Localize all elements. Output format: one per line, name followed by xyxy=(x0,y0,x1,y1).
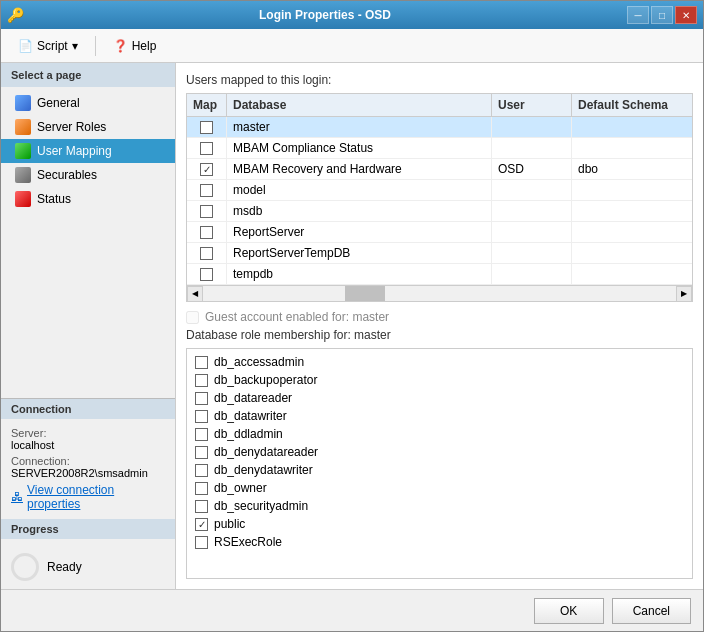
role-item[interactable]: db_securityadmin xyxy=(191,497,688,515)
row-7-database: tempdb xyxy=(227,264,492,284)
script-button[interactable]: 📄 Script ▾ xyxy=(9,35,87,57)
help-icon: ❓ xyxy=(113,39,128,53)
role-9-label: public xyxy=(214,517,245,531)
sidebar-connection: Server: localhost Connection: SERVER2008… xyxy=(1,419,175,519)
role-2-checkbox[interactable] xyxy=(195,392,208,405)
sidebar-item-general[interactable]: General xyxy=(1,91,175,115)
row-0-checkbox[interactable] xyxy=(200,121,213,134)
close-button[interactable]: ✕ xyxy=(675,6,697,24)
row-2-checkbox[interactable] xyxy=(200,163,213,176)
view-connection-link[interactable]: 🖧 View connection properties xyxy=(11,483,165,511)
sidebar-item-status[interactable]: Status xyxy=(1,187,175,211)
table-row[interactable]: MBAM Recovery and Hardware OSD dbo xyxy=(187,159,692,180)
row-1-checkbox[interactable] xyxy=(200,142,213,155)
view-connection-label: View connection properties xyxy=(27,483,165,511)
role-5-checkbox[interactable] xyxy=(195,446,208,459)
progress-row: Ready xyxy=(11,553,165,581)
bottom-bar: OK Cancel xyxy=(1,589,703,631)
row-6-database: ReportServerTempDB xyxy=(227,243,492,263)
table-body: master MBAM Compliance Status MB xyxy=(187,117,692,285)
role-2-label: db_datareader xyxy=(214,391,292,405)
role-1-checkbox[interactable] xyxy=(195,374,208,387)
role-item[interactable]: db_datawriter xyxy=(191,407,688,425)
scroll-track[interactable] xyxy=(203,286,676,301)
row-3-checkbox[interactable] xyxy=(200,184,213,197)
row-1-user xyxy=(492,138,572,158)
role-item[interactable]: db_denydatareader xyxy=(191,443,688,461)
main-area: Select a page General Server Roles User … xyxy=(1,63,703,589)
row-2-user: OSD xyxy=(492,159,572,179)
row-0-schema xyxy=(572,117,692,137)
horizontal-scrollbar[interactable]: ◀ ▶ xyxy=(187,285,692,301)
role-9-checkbox[interactable] xyxy=(195,518,208,531)
role-10-checkbox[interactable] xyxy=(195,536,208,549)
maximize-button[interactable]: □ xyxy=(651,6,673,24)
role-item[interactable]: db_accessadmin xyxy=(191,353,688,371)
sidebar-item-user-mapping-label: User Mapping xyxy=(37,144,112,158)
role-7-checkbox[interactable] xyxy=(195,482,208,495)
server-label: Server: xyxy=(11,427,165,439)
row-5-map[interactable] xyxy=(187,222,227,242)
role-4-checkbox[interactable] xyxy=(195,428,208,441)
scroll-right-button[interactable]: ▶ xyxy=(676,286,692,302)
users-mapped-label: Users mapped to this login: xyxy=(186,73,693,87)
role-1-label: db_backupoperator xyxy=(214,373,317,387)
col-database: Database xyxy=(227,94,492,116)
role-6-checkbox[interactable] xyxy=(195,464,208,477)
guest-account-row: Guest account enabled for: master xyxy=(186,310,693,324)
table-row[interactable]: ReportServer xyxy=(187,222,692,243)
row-7-checkbox[interactable] xyxy=(200,268,213,281)
title-bar: 🔑 Login Properties - OSD ─ □ ✕ xyxy=(1,1,703,29)
sidebar-item-server-roles[interactable]: Server Roles xyxy=(1,115,175,139)
col-map: Map xyxy=(187,94,227,116)
role-7-label: db_owner xyxy=(214,481,267,495)
row-6-map[interactable] xyxy=(187,243,227,263)
role-item[interactable]: db_backupoperator xyxy=(191,371,688,389)
row-0-map[interactable] xyxy=(187,117,227,137)
role-item[interactable]: db_owner xyxy=(191,479,688,497)
table-row[interactable]: master xyxy=(187,117,692,138)
role-6-label: db_denydatawriter xyxy=(214,463,313,477)
row-1-map[interactable] xyxy=(187,138,227,158)
help-button[interactable]: ❓ Help xyxy=(104,35,166,57)
cancel-button[interactable]: Cancel xyxy=(612,598,691,624)
role-3-checkbox[interactable] xyxy=(195,410,208,423)
sidebar-items: General Server Roles User Mapping Secura… xyxy=(1,87,175,398)
role-3-label: db_datawriter xyxy=(214,409,287,423)
role-item[interactable]: public xyxy=(191,515,688,533)
row-7-user xyxy=(492,264,572,284)
role-0-checkbox[interactable] xyxy=(195,356,208,369)
table-row[interactable]: ReportServerTempDB xyxy=(187,243,692,264)
ok-button[interactable]: OK xyxy=(534,598,604,624)
role-item[interactable]: RSExecRole xyxy=(191,533,688,551)
content-area: Users mapped to this login: Map Database… xyxy=(176,63,703,589)
select-page-title: Select a page xyxy=(1,63,175,87)
sidebar-bottom: Connection Server: localhost Connection:… xyxy=(1,398,175,589)
role-8-checkbox[interactable] xyxy=(195,500,208,513)
roles-box: db_accessadmin db_backupoperator db_data… xyxy=(186,348,693,579)
role-item[interactable]: db_ddladmin xyxy=(191,425,688,443)
row-4-checkbox[interactable] xyxy=(200,205,213,218)
table-row[interactable]: MBAM Compliance Status xyxy=(187,138,692,159)
scroll-thumb[interactable] xyxy=(345,286,385,301)
user-mapping-icon xyxy=(15,143,31,159)
row-5-checkbox[interactable] xyxy=(200,226,213,239)
minimize-button[interactable]: ─ xyxy=(627,6,649,24)
guest-account-checkbox[interactable] xyxy=(186,311,199,324)
row-4-map[interactable] xyxy=(187,201,227,221)
scroll-left-button[interactable]: ◀ xyxy=(187,286,203,302)
row-7-map[interactable] xyxy=(187,264,227,284)
table-row[interactable]: model xyxy=(187,180,692,201)
row-2-map[interactable] xyxy=(187,159,227,179)
table-header: Map Database User Default Schema xyxy=(187,94,692,117)
row-3-map[interactable] xyxy=(187,180,227,200)
role-5-label: db_denydatareader xyxy=(214,445,318,459)
table-row[interactable]: tempdb xyxy=(187,264,692,285)
role-item[interactable]: db_denydatawriter xyxy=(191,461,688,479)
sidebar-item-user-mapping[interactable]: User Mapping xyxy=(1,139,175,163)
role-item[interactable]: db_datareader xyxy=(191,389,688,407)
table-row[interactable]: msdb xyxy=(187,201,692,222)
status-icon xyxy=(15,191,31,207)
row-6-checkbox[interactable] xyxy=(200,247,213,260)
sidebar-item-securables[interactable]: Securables xyxy=(1,163,175,187)
